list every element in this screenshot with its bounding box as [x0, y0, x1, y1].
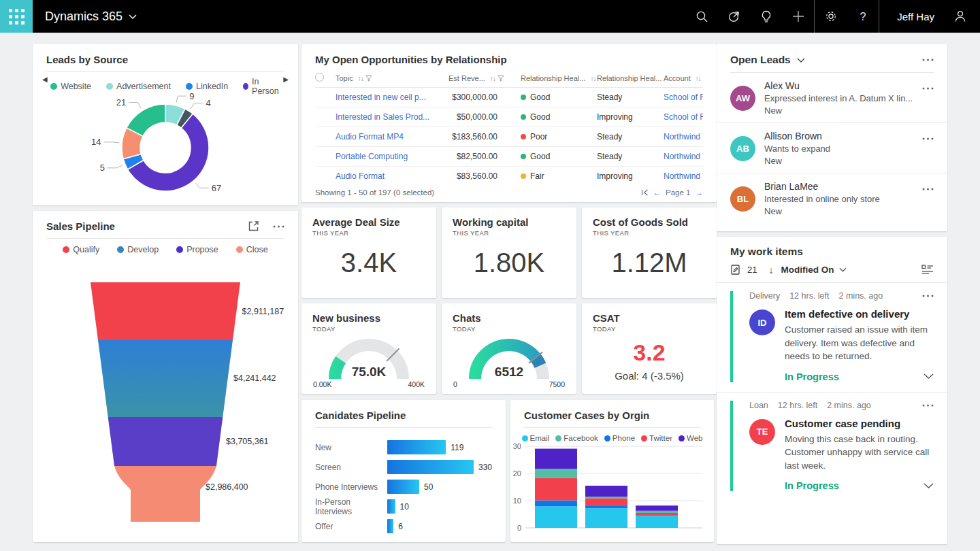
table-row[interactable]: Audio Format$83,560.00FairImprovingNorth…	[315, 167, 703, 186]
funnel-stage[interactable]	[91, 282, 240, 340]
account-button[interactable]	[944, 0, 976, 33]
topic-link[interactable]: Interested in Sales Prod...	[336, 107, 448, 127]
table-row[interactable]: Audio Format MP4$183,560.00PoorSteadyNor…	[315, 127, 703, 147]
add-button[interactable]	[782, 0, 814, 33]
account-link[interactable]: School of Fine Art	[664, 107, 703, 127]
more-options-icon[interactable]	[922, 59, 934, 61]
donut-segment[interactable]	[127, 104, 165, 136]
table-row[interactable]: Portable Computing$82,500.00GoodSteadyNo…	[315, 147, 703, 167]
legend-item[interactable]: Qualify	[63, 245, 99, 254]
funnel-stage[interactable]	[98, 340, 233, 417]
legend-item[interactable]: Phone	[604, 434, 635, 442]
settings-button[interactable]	[815, 0, 847, 33]
sort-icon[interactable]: ↑↓	[490, 75, 495, 82]
topic-link[interactable]: Portable Computing	[336, 147, 448, 167]
open-lead-item[interactable]: AWAlex WuExpressed interest in A. Datum …	[717, 73, 947, 123]
clipboard-edit-icon[interactable]	[730, 264, 741, 276]
hbar-bar[interactable]	[387, 440, 446, 454]
table-row[interactable]: Interested in Sales Prod...$50,000.00Goo…	[315, 107, 703, 127]
chats-gauge[interactable]: 6512	[442, 331, 576, 384]
stacked-bar-segment[interactable]	[636, 516, 678, 528]
select-all-checkbox[interactable]	[315, 73, 324, 82]
open-lead-item[interactable]: BLBrian LaMeeInterested in online only s…	[717, 173, 947, 223]
filter-icon[interactable]	[365, 75, 372, 82]
work-item-title[interactable]: Item defective on delivery	[785, 308, 934, 320]
app-title[interactable]: Dynamics 365	[45, 10, 137, 24]
sales-funnel-chart[interactable]: $2,911,187$4,241,442$3,705,361$2,986,400	[33, 265, 298, 542]
column-header[interactable]: Relationship Heal...	[521, 74, 585, 82]
sort-icon[interactable]: ↑↓	[696, 75, 701, 82]
more-options-icon[interactable]	[922, 295, 934, 297]
funnel-stage[interactable]	[108, 417, 223, 466]
stacked-bar-segment[interactable]	[535, 449, 577, 469]
quick-launch-button[interactable]	[718, 0, 750, 33]
filter-icon[interactable]	[497, 75, 504, 82]
insights-button[interactable]	[750, 0, 782, 33]
more-options-icon[interactable]	[922, 188, 934, 190]
more-options-icon[interactable]	[922, 137, 934, 140]
chevron-down-icon[interactable]	[924, 373, 934, 380]
list-view-icon[interactable]	[921, 265, 934, 275]
sort-icon[interactable]: ↑↓	[358, 75, 363, 82]
stacked-bar-segment[interactable]	[636, 511, 678, 513]
cases-stacked-bar-chart[interactable]: 0102030	[510, 444, 714, 540]
hbar-bar[interactable]	[387, 460, 474, 474]
funnel-stage[interactable]	[114, 466, 216, 522]
lead-name[interactable]: Allison Brown	[764, 131, 922, 141]
open-lead-item[interactable]: ABAllison BrownWants to expandNew	[717, 123, 947, 173]
new-business-gauge[interactable]: 75.0K	[301, 331, 436, 384]
more-options-icon[interactable]	[273, 225, 284, 228]
next-page-icon[interactable]: →	[696, 188, 704, 197]
stacked-bar-segment[interactable]	[535, 501, 577, 507]
help-button[interactable]: ?	[847, 0, 879, 33]
legend-prev-icon[interactable]: ◀	[42, 76, 48, 83]
topic-link[interactable]: Audio Format MP4	[336, 127, 448, 147]
card-title[interactable]: Open Leads	[730, 54, 805, 66]
work-item-status[interactable]: In Progress	[785, 480, 934, 491]
topic-link[interactable]: Interested in new cell p...	[336, 88, 448, 107]
first-page-icon[interactable]	[641, 189, 649, 196]
legend-item[interactable]: LinkedIn	[186, 82, 228, 91]
legend-item[interactable]: Website	[50, 82, 91, 91]
stacked-bar-segment[interactable]	[535, 469, 577, 478]
legend-next-icon[interactable]: ▶	[283, 76, 289, 83]
work-item-title[interactable]: Customer case pending	[785, 418, 934, 429]
lead-name[interactable]: Alex Wu	[764, 80, 922, 91]
stacked-bar-segment[interactable]	[535, 478, 577, 500]
account-link[interactable]: Northwind Trad...	[664, 167, 703, 186]
stacked-bar-segment[interactable]	[585, 508, 627, 528]
chevron-down-icon[interactable]	[924, 483, 934, 489]
column-header[interactable]: Est Reve...	[448, 74, 485, 82]
more-options-icon[interactable]	[922, 87, 934, 90]
work-item[interactable]: Loan12 hrs. left2 mins. agoTECustomer ca…	[717, 393, 947, 501]
prev-page-icon[interactable]: ←	[653, 188, 662, 197]
stacked-bar-segment[interactable]	[535, 506, 577, 528]
more-options-icon[interactable]	[922, 404, 934, 407]
legend-item[interactable]: Web	[679, 434, 702, 442]
hbar-bar[interactable]	[387, 480, 419, 494]
column-header[interactable]: Relationship Heal...	[597, 74, 662, 82]
legend-item[interactable]: Email	[522, 434, 550, 442]
work-item-status[interactable]: In Progress	[785, 371, 934, 382]
legend-item[interactable]: Advertisement	[106, 82, 171, 91]
stacked-bar-segment[interactable]	[636, 505, 678, 511]
stacked-bar-segment[interactable]	[585, 497, 627, 498]
legend-item[interactable]: Close	[236, 245, 268, 254]
stacked-bar-segment[interactable]	[636, 513, 678, 515]
stacked-bar-segment[interactable]	[585, 506, 627, 508]
app-launcher-icon[interactable]	[0, 0, 33, 33]
account-link[interactable]: Northwind Trad...	[664, 127, 703, 147]
hbar-bar[interactable]	[387, 499, 395, 514]
stacked-bar-segment[interactable]	[636, 515, 678, 516]
column-header[interactable]: Account	[664, 74, 691, 82]
search-button[interactable]	[686, 0, 718, 33]
topic-link[interactable]: Audio Format	[336, 167, 448, 186]
lead-name[interactable]: Brian LaMee	[764, 181, 922, 192]
column-header[interactable]: Topic	[336, 74, 353, 82]
legend-item[interactable]: In Person	[243, 77, 280, 96]
stacked-bar-segment[interactable]	[585, 498, 627, 506]
sort-icon[interactable]: ↑↓	[590, 75, 595, 82]
work-item[interactable]: Delivery12 hrs. left2 mins. agoIDItem de…	[717, 283, 947, 393]
hbar-bar[interactable]	[387, 519, 393, 533]
sort-direction-icon[interactable]: ↓	[768, 265, 773, 276]
